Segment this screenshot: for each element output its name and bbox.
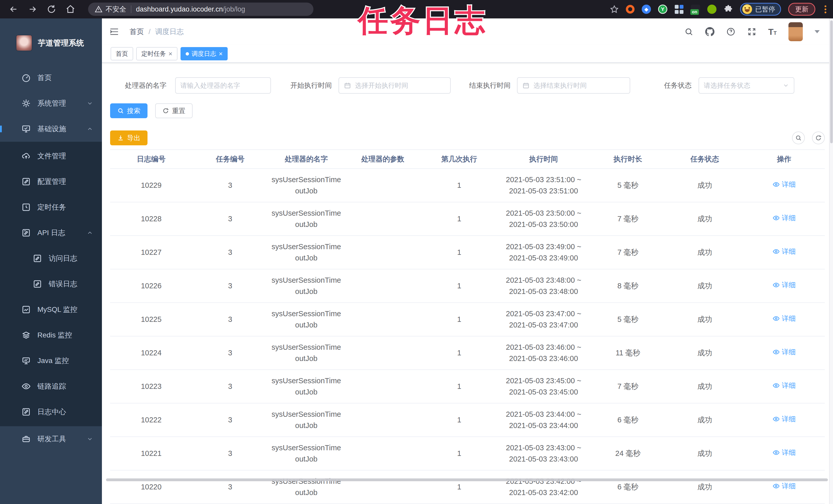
fullscreen-icon[interactable] — [747, 27, 757, 36]
close-icon[interactable]: × — [168, 50, 172, 57]
bookmark-star-icon[interactable] — [610, 5, 619, 14]
sidebar-item-error-log[interactable]: 错误日志 — [0, 271, 102, 297]
sidebar-item-devtools[interactable]: 研发工具 — [0, 426, 102, 452]
extension-icon-green-y[interactable]: Y — [658, 5, 667, 14]
url-bar[interactable]: 不安全 dashboard.yudao.iocoder.cn/job/log — [88, 3, 313, 16]
end-time-field[interactable] — [533, 82, 625, 90]
browser-refresh-icon[interactable] — [47, 4, 56, 14]
detail-link[interactable]: 详细 — [772, 448, 795, 458]
app-title: 芋道管理系统 — [38, 38, 84, 48]
clock-icon — [22, 203, 31, 212]
browser-forward-icon[interactable] — [28, 4, 38, 14]
sidebar-collapse-icon[interactable] — [109, 27, 119, 37]
extensions-puzzle-icon[interactable] — [724, 5, 733, 14]
reset-button[interactable]: 重置 — [155, 103, 193, 118]
page-scrollbar-thumb[interactable] — [830, 21, 833, 143]
user-avatar[interactable] — [788, 22, 803, 41]
cell-duration: 6 毫秒 — [590, 470, 666, 504]
table-row: 10226 3 sysUserSessionTimeoutJob 1 2021-… — [110, 269, 825, 303]
detail-link[interactable]: 详细 — [772, 481, 795, 492]
cell-duration: 5 毫秒 — [590, 303, 666, 336]
extension-icon-green[interactable] — [707, 5, 716, 14]
extension-icon-grid[interactable] — [674, 5, 684, 14]
urlbar-divider — [131, 5, 132, 13]
begin-time-field[interactable] — [355, 82, 446, 90]
handler-input-field[interactable] — [180, 82, 266, 90]
sidebar-item-mysql[interactable]: MySQL 监控 — [0, 297, 102, 322]
extension-icon-orange[interactable] — [626, 5, 635, 14]
sidebar-item-infra[interactable]: 基础设施 — [0, 116, 102, 142]
page-scrollbar[interactable] — [829, 19, 833, 504]
sidebar-item-api-log[interactable]: API 日志 — [0, 220, 102, 246]
search-icon[interactable] — [684, 27, 693, 36]
sidebar-item-file[interactable]: 文件管理 — [0, 143, 102, 169]
status-label: 任务状态 — [663, 81, 692, 90]
annotation-title: 任务日志 — [358, 1, 487, 42]
detail-link[interactable]: 详细 — [772, 313, 795, 324]
detail-link[interactable]: 详细 — [772, 414, 795, 424]
dashboard-icon — [22, 73, 31, 82]
sidebar-item-system[interactable]: 系统管理 — [0, 91, 102, 116]
sidebar-logo[interactable]: 芋道管理系统 — [0, 19, 102, 65]
cell-handler: sysUserSessionTimeoutJob — [268, 470, 345, 504]
end-time-label: 结束执行时间 — [468, 81, 510, 90]
extension-icon-on-badge[interactable]: on — [691, 5, 700, 14]
sidebar-item-redis[interactable]: Redis 监控 — [0, 322, 102, 348]
detail-link[interactable]: 详细 — [772, 347, 795, 357]
eye-icon — [772, 248, 780, 255]
cell-param — [344, 269, 421, 303]
col-log-id: 日志编号 — [110, 150, 192, 169]
end-time-input[interactable] — [517, 77, 630, 94]
avatar-caret-icon[interactable] — [814, 30, 820, 33]
export-button[interactable]: 导出 — [110, 130, 147, 145]
browser-menu-kebab-icon[interactable] — [823, 5, 828, 13]
detail-link[interactable]: 详细 — [772, 280, 795, 291]
cell-exec-time: 2021-05-03 23:44:00 ~2021-05-03 23:44:00 — [498, 403, 590, 437]
log-edit-icon — [22, 407, 31, 417]
detail-link[interactable]: 详细 — [772, 179, 795, 190]
status-select-field[interactable] — [704, 82, 781, 90]
cell-job-id: 3 — [192, 169, 268, 202]
tag-job[interactable]: 定时任务× — [136, 47, 177, 60]
toggle-search-button[interactable] — [792, 131, 805, 144]
cell-status: 成功 — [666, 169, 743, 202]
extension-icon-blue[interactable]: ◆ — [642, 5, 651, 14]
sidebar-item-log-center[interactable]: 日志中心 — [0, 399, 102, 425]
status-select[interactable] — [698, 77, 794, 94]
breadcrumb-home[interactable]: 首页 — [129, 27, 144, 36]
begin-time-label: 开始执行时间 — [289, 81, 332, 90]
cell-status: 成功 — [666, 202, 743, 236]
sidebar-item-trace[interactable]: 链路追踪 — [0, 374, 102, 399]
edit-icon — [22, 177, 31, 186]
detail-link[interactable]: 详细 — [772, 380, 795, 391]
browser-update-button[interactable]: 更新 — [788, 3, 815, 16]
refresh-table-button[interactable] — [812, 131, 825, 144]
browser-back-icon[interactable] — [9, 4, 19, 14]
cell-log-id: 10221 — [110, 437, 192, 470]
help-icon[interactable] — [726, 27, 735, 36]
profile-paused-pill[interactable]: 已暂停 — [740, 3, 781, 16]
cell-actions: 详细 — [743, 169, 825, 202]
browser-toolbar-right: ◆ Y on 已暂停 更新 — [610, 3, 828, 16]
sidebar-item-access-log[interactable]: 访问日志 — [0, 246, 102, 271]
close-icon[interactable]: × — [219, 50, 222, 57]
search-button[interactable]: 搜索 — [110, 103, 147, 118]
github-icon[interactable] — [705, 27, 714, 36]
horizontal-scrollbar-thumb[interactable] — [106, 478, 828, 481]
browser-home-icon[interactable] — [66, 4, 75, 14]
tag-home[interactable]: 首页 — [111, 47, 133, 60]
detail-link[interactable]: 详细 — [772, 246, 795, 257]
detail-link[interactable]: 详细 — [772, 213, 795, 223]
cell-exec-time: 2021-05-03 23:43:00 ~2021-05-03 23:43:00 — [498, 437, 590, 470]
font-size-icon[interactable]: TT — [768, 27, 777, 36]
breadcrumb: 首页 / 调度日志 — [129, 27, 184, 36]
chevron-down-icon — [87, 100, 93, 107]
sidebar-item-config[interactable]: 配置管理 — [0, 169, 102, 195]
handler-input[interactable] — [175, 77, 271, 94]
tag-job-log-active[interactable]: 调度日志× — [181, 47, 228, 60]
sidebar-item-home[interactable]: 首页 — [0, 65, 102, 91]
monitor-chart-icon — [22, 356, 31, 366]
begin-time-input[interactable] — [338, 77, 451, 94]
sidebar-item-java[interactable]: Java 监控 — [0, 348, 102, 374]
sidebar-item-job[interactable]: 定时任务 — [0, 195, 102, 220]
